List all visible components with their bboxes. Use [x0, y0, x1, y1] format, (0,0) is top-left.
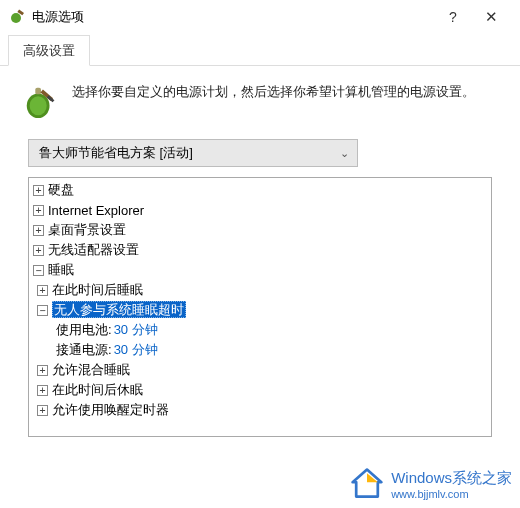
- expander-icon[interactable]: −: [37, 305, 48, 316]
- tree-item-sleep: −睡眠 +在此时间后睡眠 −无人参与系统睡眠超时 使用电池:30 分钟 接通电源…: [29, 260, 491, 420]
- svg-point-0: [11, 13, 21, 23]
- tree-item-wireless-adapter: +无线适配器设置: [29, 240, 491, 260]
- expander-icon[interactable]: +: [33, 205, 44, 216]
- expander-icon[interactable]: −: [33, 265, 44, 276]
- expander-icon[interactable]: +: [33, 185, 44, 196]
- house-icon: [349, 466, 385, 502]
- tree-item-desktop-background: +桌面背景设置: [29, 220, 491, 240]
- on-battery-value: 30 分钟: [114, 322, 158, 337]
- tree-item-sleep-after: +在此时间后睡眠: [33, 280, 491, 300]
- power-plan-select[interactable]: 鲁大师节能省电方案 [活动] ⌄: [28, 139, 358, 167]
- svg-point-3: [30, 96, 47, 115]
- close-button[interactable]: ✕: [472, 8, 510, 26]
- power-plan-selected-label: 鲁大师节能省电方案 [活动]: [39, 145, 193, 160]
- titlebar: 电源选项 ? ✕: [0, 0, 520, 34]
- tree-item-on-battery: 使用电池:30 分钟: [37, 320, 491, 340]
- tree-item-unattended-sleep-timeout: −无人参与系统睡眠超时 使用电池:30 分钟 接通电源:30 分钟: [33, 300, 491, 360]
- expander-icon[interactable]: +: [37, 385, 48, 396]
- battery-icon: [22, 82, 60, 123]
- tree-item-internet-explorer: +Internet Explorer: [29, 200, 491, 220]
- tree-item-hard-disk: +硬盘: [29, 180, 491, 200]
- description-row: 选择你要自定义的电源计划，然后选择你希望计算机管理的电源设置。: [0, 66, 520, 133]
- plugged-in-value: 30 分钟: [114, 342, 158, 357]
- plan-row: 鲁大师节能省电方案 [活动] ⌄: [0, 133, 520, 177]
- expander-icon[interactable]: +: [37, 285, 48, 296]
- tree-item-allow-wake-timers: +允许使用唤醒定时器: [33, 400, 491, 420]
- settings-tree[interactable]: +硬盘 +Internet Explorer +桌面背景设置 +无线适配器设置 …: [28, 177, 492, 437]
- tree-item-plugged-in: 接通电源:30 分钟: [37, 340, 491, 360]
- description-text: 选择你要自定义的电源计划，然后选择你希望计算机管理的电源设置。: [72, 82, 475, 123]
- tab-advanced-settings[interactable]: 高级设置: [8, 35, 90, 66]
- power-plan-icon: [10, 9, 26, 25]
- watermark: Windows系统之家 www.bjjmlv.com: [349, 466, 512, 502]
- expander-icon[interactable]: +: [33, 245, 44, 256]
- expander-icon[interactable]: +: [37, 405, 48, 416]
- chevron-down-icon: ⌄: [340, 147, 349, 160]
- window-title: 电源选项: [32, 8, 434, 26]
- expander-icon[interactable]: +: [37, 365, 48, 376]
- tree-item-hibernate-after: +在此时间后休眠: [33, 380, 491, 400]
- tabbar: 高级设置: [0, 34, 520, 66]
- tree-item-allow-hybrid-sleep: +允许混合睡眠: [33, 360, 491, 380]
- help-button[interactable]: ?: [434, 9, 472, 25]
- svg-rect-4: [35, 88, 41, 95]
- expander-icon[interactable]: +: [33, 225, 44, 236]
